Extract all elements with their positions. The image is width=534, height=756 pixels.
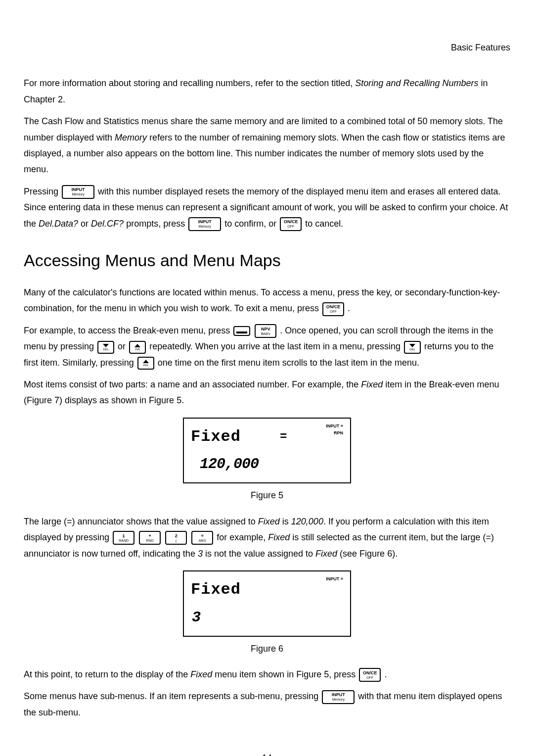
lcd-annunciator-rpn: RPN [326, 429, 343, 436]
key-top-label: INPUT [332, 693, 345, 697]
term-fixed: Fixed [361, 379, 383, 389]
key-bottom-label: OFF [330, 310, 337, 313]
paragraph-2: The Cash Flow and Statistics menus share… [24, 113, 510, 178]
key-top-label: NPV [261, 327, 270, 331]
key-up-arrow: INS [129, 341, 146, 354]
key-down-arrow: DEL [404, 341, 421, 354]
key-top-label: ON/CE [326, 305, 341, 309]
lcd-annunciators: INPUT = RPN [326, 423, 343, 437]
key-on-ce: ON/CE OFF [359, 668, 381, 682]
key-bottom-label: RND [146, 539, 154, 542]
up-arrow-icon [134, 344, 140, 347]
key-top-label: ON/CE [284, 220, 298, 224]
value-120000: 120,000 [291, 517, 323, 526]
figure-6-caption: Figure 6 [24, 641, 510, 657]
key-bottom-label: Memory [332, 698, 345, 701]
text: repeatedly. When you arrive at the last … [149, 341, 403, 351]
key-sublabel: DEL [409, 348, 415, 351]
text: Most items consist of two parts: a name … [24, 379, 361, 389]
key-top-label: ON/CE [363, 671, 377, 675]
term-fixed: Fixed [268, 532, 290, 542]
figure-5-caption: Figure 5 [24, 487, 510, 503]
paragraph-6: Most items consist of two parts: a name … [24, 377, 510, 409]
term-fixed: Fixed [258, 517, 280, 526]
key-top-label: INPUT [198, 220, 212, 224]
text: one time on the first menu item scrolls … [158, 358, 419, 368]
lcd-item-name: Fixed [191, 575, 241, 604]
text: is not the value assigned to [203, 549, 315, 559]
key-bottom-label: BrkEv [261, 332, 270, 335]
key-2: 2 ( [165, 531, 187, 545]
key-on-ce: ON/CE OFF [322, 302, 344, 316]
key-top-label: = [201, 534, 204, 538]
key-input: INPUT Memory [322, 690, 355, 704]
paragraph-1: For more information about storing and r… [24, 75, 510, 107]
value-3: 3 [198, 549, 203, 559]
text: Pressing [24, 187, 61, 196]
text: (see Figure 6). [337, 549, 398, 559]
text: Many of the calculator's functions are l… [24, 287, 500, 313]
prompt-delcf: Del.CF? [91, 219, 124, 229]
lcd-figure-5: Fixed = INPUT = RPN 120,000 [183, 418, 351, 484]
term-fixed: Fixed [315, 549, 337, 559]
key-1: 1 RAND [113, 531, 134, 545]
key-up-arrow: INS [137, 357, 154, 370]
key-down-arrow: DEL [97, 341, 114, 354]
down-arrow-icon [103, 344, 109, 347]
lcd-annunciators: INPUT = [326, 575, 343, 582]
text: to confirm, or [224, 219, 279, 229]
paragraph-9: Some menus have sub-menus. If an item re… [24, 688, 510, 720]
key-input: INPUT Memory [188, 217, 221, 231]
text: The large (=) annunciator shows that the… [24, 517, 258, 526]
text: For more information about storing and r… [24, 78, 355, 88]
text: or [81, 219, 91, 229]
section-header: Basic Features [24, 40, 510, 55]
key-bottom-label: Memory [72, 192, 84, 196]
text: menu item shown in Figure 5, press [212, 669, 358, 679]
page-number: 14 [24, 750, 510, 756]
key-input: INPUT Memory [62, 185, 94, 199]
text: to cancel. [305, 219, 343, 229]
term-fixed: Fixed [190, 669, 212, 679]
text: for example, [217, 532, 268, 542]
text: prompts, press [126, 219, 187, 229]
lcd-value: 3 [192, 604, 343, 631]
text: For example, to access the Break-even me… [24, 326, 232, 335]
lcd-equals-annunciator: = [280, 426, 287, 447]
paragraph-5: For example, to access the Break-even me… [24, 323, 510, 371]
paragraph-4: Many of the calculator's functions are l… [24, 284, 510, 317]
key-shift [233, 326, 250, 336]
key-bottom-label: ( [176, 539, 177, 542]
text: or [118, 341, 126, 351]
text: . [348, 303, 350, 313]
key-sublabel: INS [135, 348, 140, 351]
paragraph-3: Pressing INPUT Memory with this number d… [24, 184, 510, 232]
paragraph-8: At this point, to return to the display … [24, 666, 510, 682]
key-plus: + RND [139, 531, 161, 545]
key-bottom-label: RAND [119, 539, 129, 542]
reference-title: Storing and Recalling Numbers [355, 78, 478, 88]
down-arrow-icon [409, 344, 415, 347]
key-bottom-label: OFF [366, 676, 373, 679]
key-top-label: + [148, 534, 151, 538]
lcd-value: 120,000 [200, 451, 343, 477]
up-arrow-icon [143, 360, 149, 363]
term-memory: Memory [115, 133, 147, 142]
text: is [280, 517, 291, 526]
lcd-annunciator-input: INPUT = [326, 423, 343, 429]
lcd-item-name: Fixed [191, 423, 241, 451]
key-top-label: 2 [175, 534, 178, 538]
key-equals: = ANS [191, 531, 213, 545]
key-bottom-label: Memory [199, 225, 211, 228]
text: At this point, to return to the display … [24, 669, 190, 679]
text: . [384, 669, 387, 679]
key-bottom-label: OFF [287, 225, 294, 228]
prompt-deldata: Del.Data? [39, 219, 78, 229]
key-top-label: 1 [123, 534, 125, 538]
key-top-label: INPUT [72, 188, 85, 192]
key-on-ce: ON/CE OFF [280, 217, 302, 231]
lcd-figure-6: Fixed INPUT = 3 [183, 570, 351, 637]
paragraph-7: The large (=) annunciator shows that the… [24, 514, 510, 562]
text: Some menus have sub-menus. If an item re… [24, 691, 321, 701]
heading-accessing-menus: Accessing Menus and Menu Maps [24, 245, 510, 276]
